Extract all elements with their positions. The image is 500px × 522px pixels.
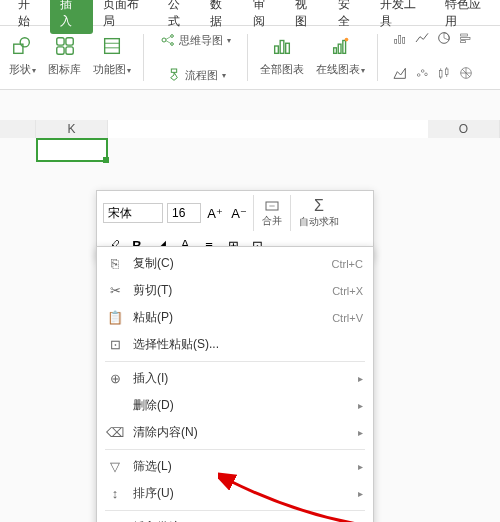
sort-icon: ↕ — [105, 486, 125, 501]
svg-rect-19 — [338, 44, 341, 53]
tab-security[interactable]: 安全 — [328, 0, 370, 34]
merge-button[interactable]: 合并 — [258, 198, 286, 228]
chart-icon — [268, 32, 296, 60]
svg-rect-15 — [275, 46, 279, 53]
chart-type-icon[interactable] — [392, 65, 408, 85]
col-o[interactable]: O — [428, 120, 500, 138]
ctx-clear[interactable]: ⌫ 清除内容(N) ▸ — [97, 419, 373, 446]
iconlib-button[interactable]: 图标库 — [46, 30, 83, 85]
svg-line-13 — [166, 41, 171, 44]
svg-rect-20 — [342, 41, 345, 54]
svg-rect-28 — [461, 41, 466, 43]
tab-devtools[interactable]: 开发工具 — [370, 0, 435, 34]
shapes-icon — [8, 32, 36, 60]
iconlib-icon — [51, 32, 79, 60]
chevron-right-icon: ▸ — [358, 400, 363, 411]
paste-icon: 📋 — [105, 310, 125, 325]
pastespecial-icon: ⊡ — [105, 337, 125, 352]
svg-rect-5 — [65, 47, 72, 54]
shapes-button[interactable]: 形状▾ — [6, 30, 38, 85]
svg-rect-23 — [399, 35, 401, 43]
flowchart-icon — [166, 67, 182, 83]
cut-icon: ✂ — [105, 283, 125, 298]
chart-type-icon[interactable] — [458, 30, 474, 50]
func-button[interactable]: 功能图▾ — [91, 30, 133, 85]
increase-font-icon[interactable]: A⁺ — [205, 203, 225, 223]
svg-rect-17 — [286, 43, 290, 53]
svg-rect-18 — [333, 48, 336, 54]
svg-rect-32 — [439, 70, 442, 77]
svg-rect-6 — [105, 39, 120, 54]
func-icon — [98, 32, 126, 60]
mindmap-button[interactable]: 思维导图▾ — [158, 30, 233, 50]
svg-point-9 — [162, 38, 166, 42]
svg-point-10 — [171, 35, 174, 38]
chart-type-icon[interactable] — [436, 65, 452, 85]
svg-rect-35 — [445, 69, 448, 74]
tab-formula[interactable]: 公式 — [158, 0, 200, 34]
chevron-right-icon: ▸ — [358, 373, 363, 384]
chevron-right-icon: ▸ — [358, 461, 363, 472]
copy-icon: ⎘ — [105, 256, 125, 271]
ctx-paste[interactable]: 📋 粘贴(P) Ctrl+V — [97, 304, 373, 331]
chart-type-icon[interactable] — [414, 65, 430, 85]
tab-layout[interactable]: 页面布局 — [93, 0, 158, 34]
decrease-font-icon[interactable]: A⁻ — [229, 203, 249, 223]
svg-line-12 — [166, 37, 171, 40]
svg-point-1 — [20, 38, 29, 47]
font-select[interactable] — [103, 203, 163, 223]
onlinechart-icon — [327, 32, 355, 60]
dropdown-icon: ▾ — [222, 71, 226, 80]
tab-start[interactable]: 开始 — [8, 0, 50, 34]
ctx-pastespecial[interactable]: ⊡ 选择性粘贴(S)... — [97, 331, 373, 358]
chevron-right-icon: ▸ — [358, 488, 363, 499]
svg-rect-4 — [56, 47, 63, 54]
context-menu: ⎘ 复制(C) Ctrl+C ✂ 剪切(T) Ctrl+X 📋 粘贴(P) Ct… — [96, 246, 374, 522]
ctx-filter[interactable]: ▽ 筛选(L) ▸ — [97, 453, 373, 480]
tab-special[interactable]: 特色应用 — [435, 0, 500, 34]
ctx-sort[interactable]: ↕ 排序(U) ▸ — [97, 480, 373, 507]
svg-rect-27 — [461, 37, 470, 39]
flowchart-button[interactable]: 流程图▾ — [164, 65, 228, 85]
selected-cell[interactable] — [36, 138, 108, 162]
dropdown-icon: ▾ — [127, 66, 131, 75]
tab-review[interactable]: 审阅 — [243, 0, 285, 34]
svg-point-30 — [421, 70, 424, 73]
svg-rect-2 — [56, 38, 63, 45]
svg-point-31 — [425, 73, 428, 76]
dropdown-icon: ▾ — [227, 36, 231, 45]
autosum-button[interactable]: Σ 自动求和 — [295, 197, 343, 229]
chart-type-icon[interactable] — [392, 30, 408, 50]
ctx-delete[interactable]: 删除(D) ▸ — [97, 392, 373, 419]
ctx-copy[interactable]: ⎘ 复制(C) Ctrl+C — [97, 250, 373, 277]
tab-data[interactable]: 数据 — [200, 0, 242, 34]
chart-type-icon[interactable] — [458, 65, 474, 85]
svg-rect-22 — [395, 39, 397, 43]
svg-point-29 — [417, 74, 420, 77]
tab-insert[interactable]: 插入 — [50, 0, 92, 34]
ctx-insert[interactable]: ⊕ 插入(I) ▸ — [97, 365, 373, 392]
ctx-cut[interactable]: ✂ 剪切(T) Ctrl+X — [97, 277, 373, 304]
svg-rect-16 — [280, 41, 284, 54]
svg-rect-26 — [461, 34, 468, 36]
clear-icon: ⌫ — [105, 425, 125, 440]
ctx-comment[interactable]: ✎ 插入批注(M)... Shift+F2 — [97, 514, 373, 522]
sigma-icon: Σ — [314, 197, 324, 215]
col-k[interactable]: K — [36, 120, 108, 138]
onlinechart-button[interactable]: 在线图表▾ — [314, 30, 367, 85]
chevron-right-icon: ▸ — [358, 427, 363, 438]
dropdown-icon: ▾ — [32, 66, 36, 75]
tab-view[interactable]: 视图 — [285, 0, 327, 34]
svg-rect-24 — [403, 37, 405, 43]
svg-point-21 — [344, 38, 348, 42]
chart-type-icon[interactable] — [414, 30, 430, 50]
svg-point-11 — [171, 43, 174, 46]
fontsize-select[interactable] — [167, 203, 201, 223]
svg-rect-3 — [65, 38, 72, 45]
mindmap-icon — [160, 32, 176, 48]
chart-type-icon[interactable] — [436, 30, 452, 50]
dropdown-icon: ▾ — [361, 66, 365, 75]
merge-icon — [264, 198, 280, 214]
allcharts-button[interactable]: 全部图表 — [258, 30, 306, 85]
insert-icon: ⊕ — [105, 371, 125, 386]
